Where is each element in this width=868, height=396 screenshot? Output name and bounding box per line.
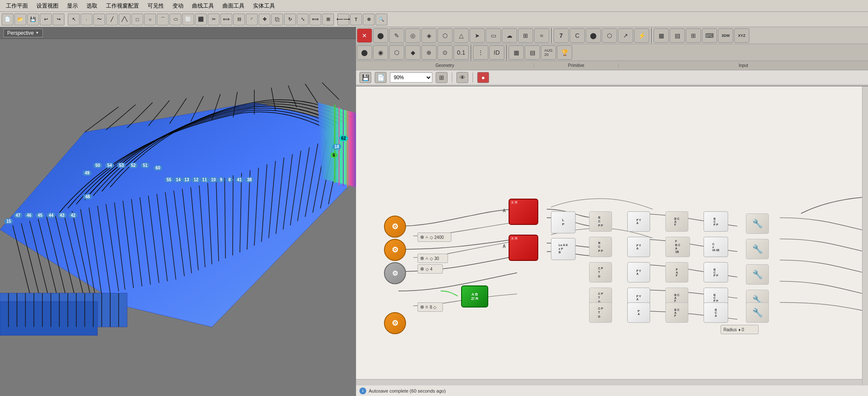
menu-item-select[interactable]: 选取 [82,1,102,11]
gh-icon-sphere[interactable]: ⬤ [373,28,388,43]
gh-icon2-3[interactable]: ⬡ [389,45,404,60]
gh-icon2-11[interactable]: ▤ [525,45,540,60]
canvas-scrollbar-right[interactable] [862,86,868,385]
gh-number-4[interactable]: ◇ 4 [417,264,443,274]
tool-undo[interactable]: ↩ [40,14,52,25]
tool-curve[interactable]: 〜 [93,14,105,25]
gh-input-3d[interactable]: 3DM [718,28,733,43]
tool-offset[interactable]: ⊟ [233,14,245,25]
gh-param-node-3[interactable]: BCP P [589,211,612,232]
gh-icon-node-2[interactable]: 🔧 [746,239,769,259]
tool-new[interactable]: 📄 [2,14,14,25]
gh-red-btn[interactable]: ● [477,72,489,83]
gh-node-red-2[interactable]: X R [509,235,538,261]
gh-icon2-1[interactable]: ⬤ [357,45,372,60]
menu-item-workplane[interactable]: 工作平面 [2,1,32,11]
gh-icon-circle-dot[interactable]: ◎ [405,28,420,43]
tool-trim[interactable]: ✂ [208,14,220,25]
tool-mirror[interactable]: ⟺ [309,14,321,25]
tool-scale[interactable]: ⤡ [297,14,309,25]
gh-param-node-22[interactable]: BCA [704,302,728,323]
gh-icon2-9[interactable]: ID [489,45,504,60]
gh-save2-btn[interactable]: 📄 [375,72,387,83]
gh-param-node-13[interactable]: B CAF [665,211,688,232]
menu-item-solid-tools[interactable]: 实体工具 [249,1,279,11]
gh-icon2-4[interactable]: ◆ [405,45,420,60]
gh-param-node-12[interactable]: PA [627,302,650,323]
tool-circle[interactable]: ○ [144,14,156,25]
tool-point[interactable]: · [81,14,92,25]
gh-prim-arrow2[interactable]: ↗ [618,28,633,43]
tool-move[interactable]: ✥ [259,14,270,25]
gh-icon-node-1[interactable]: 🔧 [746,213,769,234]
gh-number-30[interactable]: A ◇ 30 [417,254,448,263]
gh-canvas[interactable]: ⚙ ⚙ ⚙ ⚙ A ◇ 2400 A ◇ 30 [356,86,868,385]
gh-input-xyz[interactable]: XYZ [734,28,749,43]
gh-icon-hex[interactable]: ⬡ [437,28,453,43]
tool-extrude[interactable]: ⬛ [195,14,207,25]
gh-icon-wave[interactable]: ≈ [534,28,549,43]
menu-item-curve-tools[interactable]: 曲线工具 [188,1,218,11]
gh-icon-edit[interactable]: ✎ [389,28,404,43]
gh-fit-btn[interactable]: ⊞ [436,72,448,83]
gh-node-gray-1[interactable]: ⚙ [384,262,406,284]
zoom-dropdown[interactable]: 90% 100% 75% 50% [390,72,432,83]
gh-param-node-5[interactable]: C PTD [589,262,612,282]
tool-rotate[interactable]: ↻ [284,14,296,25]
tool-copy[interactable]: ⿻ [271,14,283,25]
gh-param-node-8[interactable]: P YA [627,211,650,232]
menu-item-display[interactable]: 显示 [63,1,82,11]
tool-extend[interactable]: ⟺ [220,14,232,25]
gh-icon2-8[interactable]: ⋮ [473,45,488,60]
gh-icon2-12[interactable]: AUG20 [541,45,556,60]
gh-node-green-1[interactable]: A B Z/ R [461,285,488,307]
tool-array[interactable]: ⊞ [322,14,334,25]
gh-param-node-20[interactable]: BCP P [704,262,728,282]
gh-node-red-1[interactable]: X R [509,199,538,225]
gh-param-node-9[interactable]: P YA [627,237,650,257]
gh-icon2-2[interactable]: ◉ [373,45,388,60]
tool-fillet[interactable]: ◜ [246,14,258,25]
gh-icon2-13[interactable]: 🏆 [557,45,572,60]
gh-input-table[interactable]: ▤ [670,28,685,43]
gh-prim-bolt[interactable]: ⚡ [634,28,649,43]
gh-node-orange-2[interactable]: ⚙ [384,239,406,261]
gh-icon-rect[interactable]: ▭ [486,28,501,43]
tool-text[interactable]: T [350,14,362,25]
gh-icon-node-5[interactable]: 🔧 [746,302,769,323]
gh-param-node-18[interactable]: BCP P [704,211,728,232]
gh-param-node-10[interactable]: P YA [627,262,650,282]
tool-polyline[interactable]: ╱╲ [119,14,131,25]
tool-open[interactable]: 📂 [14,14,26,25]
tool-select[interactable]: ↖ [68,14,80,25]
menu-item-surface-tools[interactable]: 曲面工具 [218,1,249,11]
gh-icon2-10[interactable]: ▦ [509,45,524,60]
gh-param-node-7[interactable]: C PTD [589,302,612,323]
tool-redo[interactable]: ↪ [53,14,64,25]
gh-prim-c[interactable]: C [570,28,585,43]
gh-param-node-17[interactable]: B CAF [665,302,688,323]
gh-icon2-6[interactable]: ⊙ [437,45,453,60]
gh-param-node-4[interactable]: BCP P [589,237,612,257]
gh-input-kb[interactable]: ⌨ [702,28,717,43]
menu-item-transform[interactable]: 变动 [168,1,188,11]
tool-save[interactable]: 💾 [27,14,39,25]
tool-arc[interactable]: ⌒ [157,14,169,25]
gh-icon-node-3[interactable]: 🔧 [746,264,769,285]
gh-number-8[interactable]: B 8 ◇ [417,302,443,312]
gh-param-node-1[interactable]: LP [551,211,576,233]
gh-number-2400[interactable]: A ◇ 2400 [417,233,451,242]
viewport-canvas[interactable]: 62 18 6 50 54 53 52 51 60 49 55 14 13 12… [0,39,356,396]
menu-item-setview[interactable]: 设置视图 [32,1,63,11]
viewport-label[interactable]: Perspective ▼ [3,29,43,37]
tool-zoom-ext[interactable]: ⊕ [363,14,375,25]
gh-input-plus[interactable]: ⊞ [686,28,701,43]
tool-dimension[interactable]: ⟵⟶ [337,14,349,25]
gh-icon2-7[interactable]: 0.1 [453,45,469,60]
gh-param-node-2[interactable]: Lo A Kx PB [551,238,576,260]
gh-prim-7[interactable]: 7 [554,28,569,43]
gh-icon-tri[interactable]: △ [453,28,469,43]
menu-item-visibility[interactable]: 可见性 [143,1,168,11]
tool-line[interactable]: ╱ [106,14,118,25]
canvas-scrollbar-bottom[interactable] [356,379,862,385]
